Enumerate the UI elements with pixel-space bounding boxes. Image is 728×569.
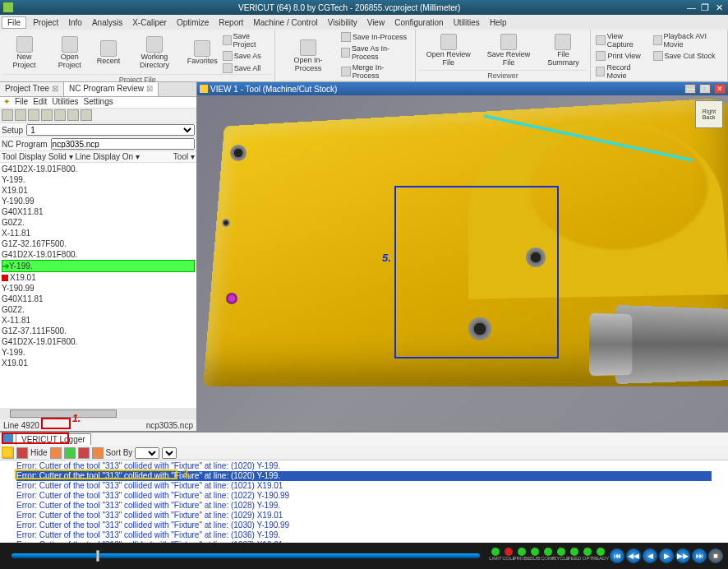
stepback-button[interactable]: ◀◀ xyxy=(626,548,641,563)
tool-label: Tool xyxy=(173,152,188,161)
save-as-button[interactable]: Save As xyxy=(221,50,272,62)
orientation-cube[interactable]: RightBack xyxy=(695,100,723,128)
log-row[interactable]: Error: Cutter of the tool "313" collided… xyxy=(16,511,712,520)
annotation-box-logger xyxy=(2,433,69,444)
nc-tool-6[interactable] xyxy=(67,109,79,121)
step-button[interactable]: ◀ xyxy=(643,548,657,563)
nc-tool-5[interactable] xyxy=(54,109,66,121)
menu-analysis[interactable]: Analysis xyxy=(87,17,127,28)
nc-code-list[interactable]: G41D2X-19.01F800. Y-199. X19.01 Y-190.99… xyxy=(0,163,196,408)
ribbon-label-reviewer: Reviewer xyxy=(419,70,587,80)
new-project-button[interactable]: New Project xyxy=(3,31,45,74)
menu-project[interactable]: Project xyxy=(28,17,63,28)
ribbon-group-inprocess: Open In- Process Save In-Process Save As… xyxy=(275,30,415,81)
app-title: VERICUT (64) 8.0 by CGTech - 206855.vcpr… xyxy=(13,3,685,12)
panel-settings[interactable]: Settings xyxy=(84,97,113,108)
logger-icon-2[interactable] xyxy=(64,447,76,459)
logger-icon-4[interactable] xyxy=(92,447,104,459)
menu-machine[interactable]: Machine / Control xyxy=(248,17,322,28)
status-comp: COMP xyxy=(542,548,554,564)
tab-project-tree[interactable]: Project Tree⊠ xyxy=(0,82,64,96)
menu-optimize[interactable]: Optimize xyxy=(172,17,214,28)
nc-tool-2[interactable] xyxy=(15,109,26,121)
save-cutstock-button[interactable]: Save Cut Stock xyxy=(652,50,724,62)
favorites-button[interactable]: Favorites xyxy=(186,31,219,74)
tab-nc-program-review[interactable]: NC Program Review⊠ xyxy=(64,82,159,96)
log-row[interactable]: Error: Cutter of the tool "313" collided… xyxy=(16,491,712,501)
log-row[interactable]: Error: Cutter of the tool "313" collided… xyxy=(16,501,712,511)
ncprogram-input[interactable] xyxy=(51,138,195,150)
tool-display-label: Tool Display Solid xyxy=(2,152,67,161)
logger-icon-1[interactable] xyxy=(50,447,62,459)
close-button[interactable]: ✕ xyxy=(713,2,725,13)
menu-file[interactable]: File xyxy=(2,16,26,29)
playback-avi-button[interactable]: Playback AVI Movie xyxy=(652,31,724,49)
nc-horizontal-scrollbar[interactable] xyxy=(0,408,196,419)
log-row[interactable]: Error: Cutter of the tool "313" collided… xyxy=(16,530,712,540)
logger-list[interactable]: 3. Error: Cutter of the tool "313" colli… xyxy=(0,460,728,543)
view-minimize[interactable]: — xyxy=(684,84,696,94)
setup-select[interactable]: 1 xyxy=(26,124,195,136)
menu-utilities[interactable]: Utilities xyxy=(449,17,485,28)
logger-sort-select[interactable] xyxy=(135,447,159,459)
ribbon: New Project Open Project Recent Working … xyxy=(0,30,728,82)
file-summary-button[interactable]: File Summary xyxy=(539,31,587,70)
panel-file[interactable]: File xyxy=(15,97,28,108)
menu-info[interactable]: Info xyxy=(63,17,87,28)
ribbon-group-projectfile: New Project Open Project Recent Working … xyxy=(0,30,275,81)
save-project-button[interactable]: Save Project xyxy=(221,31,272,49)
stop-button[interactable]: ■ xyxy=(708,548,723,563)
view-close[interactable]: ✕ xyxy=(714,84,726,94)
nc-tool-4[interactable] xyxy=(41,109,53,121)
save-review-button[interactable]: Save Review File xyxy=(480,31,538,70)
logger-hide-button[interactable]: Hide xyxy=(30,448,48,457)
nc-tool-1[interactable] xyxy=(2,109,13,121)
logger-sort-order[interactable] xyxy=(162,447,177,459)
stepfwd-button[interactable]: ▶▶ xyxy=(675,548,690,563)
maximize-button[interactable]: ❐ xyxy=(699,2,711,13)
log-row[interactable]: Error: Cutter of the tool "313" collided… xyxy=(16,520,712,530)
logger-error-button[interactable] xyxy=(16,447,28,459)
log-row[interactable]: Error: Cutter of the tool "313" collided… xyxy=(16,540,712,543)
panel-edit[interactable]: Edit xyxy=(33,97,47,108)
viewport: VIEW 1 - Tool (Machine/Cut Stock) — ❐ ✕ … xyxy=(197,82,728,431)
open-review-button[interactable]: Open Review File xyxy=(419,31,478,70)
menu-config[interactable]: Configuration xyxy=(389,17,448,28)
menu-view[interactable]: View xyxy=(362,17,390,28)
view-maximize[interactable]: ❐ xyxy=(699,84,711,94)
log-row[interactable]: Error: Cutter of the tool "313" collided… xyxy=(16,481,712,491)
status-sub: SUB xyxy=(529,548,541,564)
nc-tool-3[interactable] xyxy=(28,109,39,121)
rewind-button[interactable]: ⏮ xyxy=(610,548,624,563)
menu-report[interactable]: Report xyxy=(214,17,248,28)
menu-xcaliper[interactable]: X-Caliper xyxy=(127,17,172,28)
save-all-button[interactable]: Save All xyxy=(221,62,272,74)
menubar: File Project Info Analysis X-Caliper Opt… xyxy=(0,15,728,30)
nc-tool-7[interactable] xyxy=(81,109,92,121)
selection-box xyxy=(394,186,559,359)
menu-help[interactable]: Help xyxy=(485,17,512,28)
save-inprocess-button[interactable]: Save In-Process xyxy=(339,31,412,43)
open-project-button[interactable]: Open Project xyxy=(47,31,92,74)
viewport-titlebar: VIEW 1 - Tool (Machine/Cut Stock) — ❐ ✕ xyxy=(197,82,728,95)
working-dir-button[interactable]: Working Directory xyxy=(125,31,184,74)
recent-button[interactable]: Recent xyxy=(94,31,123,74)
status-limit: LIMIT xyxy=(490,548,501,564)
logger-sortby-label: Sort By xyxy=(106,448,133,457)
play-button[interactable]: ▶ xyxy=(659,548,674,563)
logger-icon-3[interactable] xyxy=(78,447,90,459)
menu-visibility[interactable]: Visibility xyxy=(323,17,362,28)
panel-utilities[interactable]: Utilities xyxy=(52,97,78,108)
print-view-button[interactable]: Print View xyxy=(594,50,649,62)
log-row-selected[interactable]: Error: Cutter of the tool "313" collided… xyxy=(16,471,712,481)
merge-inprocess-button[interactable]: Merge In-Process xyxy=(339,62,412,81)
minimize-button[interactable]: — xyxy=(685,2,697,12)
view-capture-button[interactable]: View Capture xyxy=(594,31,649,49)
saveas-inprocess-button[interactable]: Save As In-Process xyxy=(339,44,412,62)
log-row[interactable]: Error: Cutter of the tool "313" collided… xyxy=(16,461,712,471)
render-view[interactable]: 5. RightBack xyxy=(197,95,728,431)
end-button[interactable]: ⏭ xyxy=(692,548,707,563)
open-inprocess-button[interactable]: Open In- Process xyxy=(279,31,338,81)
record-movie-button[interactable]: Record Movie xyxy=(594,62,649,81)
playback-slider[interactable] xyxy=(12,553,480,558)
